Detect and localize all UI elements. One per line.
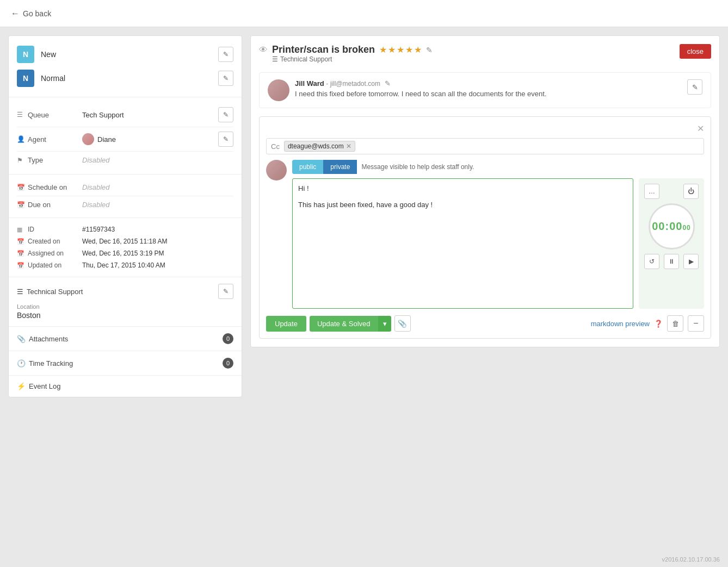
email-edit-icon[interactable]: ✎ xyxy=(385,79,391,88)
status-badge-normal: N xyxy=(17,70,34,87)
agent-avatar xyxy=(82,133,94,145)
id-value: #11597343 xyxy=(82,226,115,233)
reply-content-area: Hi ! This has just been fixed, have a go… xyxy=(292,178,704,309)
queue-value: Tech Support xyxy=(82,111,218,119)
star-1: ★ xyxy=(379,45,387,55)
top-nav: ← Go back xyxy=(0,0,728,27)
attachments-section: 📎 Attachments 0 xyxy=(9,327,242,351)
type-value: Disabled xyxy=(82,156,233,164)
edit-status-new-button[interactable]: ✎ xyxy=(218,47,233,62)
id-icon: ▦ xyxy=(17,226,28,233)
timer-bottom-buttons: ↺ ⏸ ▶ xyxy=(644,254,699,269)
updated-row: 📅 Updated on Thu, Dec 17, 2015 10:40 AM xyxy=(17,259,233,271)
meta-row-agent: 👤 Agent Diane ✎ xyxy=(17,127,233,152)
message-block: Jill Ward - jill@metadot.com ✎ I need th… xyxy=(259,72,711,108)
star-4: ★ xyxy=(405,45,413,55)
star-2: ★ xyxy=(388,45,396,55)
status-badge-new: N xyxy=(17,46,34,63)
created-icon: 📅 xyxy=(17,238,28,245)
message-edit-button[interactable]: ✎ xyxy=(687,79,702,95)
agent-label: Agent xyxy=(28,135,82,144)
assigned-row: 📅 Assigned on Wed, Dec 16, 2015 3:19 PM xyxy=(17,247,233,259)
due-label: Due on xyxy=(28,201,82,209)
action-bar: Update Update & Solved ▾ 📎 markdown prev… xyxy=(266,315,704,332)
custom-section: ☰ Technical Support ✎ Location Boston xyxy=(9,277,242,327)
cc-label: Cc xyxy=(271,142,280,151)
event-log-label: Event Log xyxy=(29,382,61,390)
attachments-count: 0 xyxy=(223,333,233,344)
action-left: Update Update & Solved ▾ 📎 xyxy=(266,315,411,332)
update-button[interactable]: Update xyxy=(266,316,306,332)
timer-circle: 00:0000 xyxy=(649,203,695,250)
edit-status-normal-button[interactable]: ✎ xyxy=(218,71,233,86)
message-author: Jill Ward xyxy=(295,79,324,88)
schedule-icon: 📅 xyxy=(17,184,28,191)
star-3: ★ xyxy=(397,45,404,55)
schedule-row-due: 📅 Due on Disabled xyxy=(17,196,233,213)
list-icon: ☰ xyxy=(17,288,23,296)
schedule-row-on: 📅 Schedule on Disabled xyxy=(17,179,233,196)
star-5: ★ xyxy=(414,45,422,55)
cc-remove-button[interactable]: ✕ xyxy=(346,142,351,150)
close-ticket-button[interactable]: close xyxy=(680,44,711,59)
left-panel: N New ✎ N Normal ✎ ☰ Queue Tech Support … xyxy=(8,35,242,397)
solved-caret-button[interactable]: ▾ xyxy=(378,316,391,332)
ticket-category: ☰ Technical Support xyxy=(272,55,433,63)
clock-icon: 🕐 xyxy=(17,359,26,367)
edit-queue-button[interactable]: ✎ xyxy=(218,107,233,122)
timer-power-button[interactable]: ⏻ xyxy=(683,184,699,199)
tab-private-button[interactable]: private xyxy=(323,160,357,174)
ticket-title-row: 👁 Printer/scan is broken ★ ★ ★ ★ ★ ✎ xyxy=(259,44,433,55)
ids-section: ▦ ID #11597343 📅 Created on Wed, Dec 16,… xyxy=(9,218,242,277)
schedule-value: Disabled xyxy=(82,183,233,191)
attach-button[interactable]: 📎 xyxy=(394,315,411,332)
edit-agent-button[interactable]: ✎ xyxy=(218,132,233,147)
time-tracking-count: 0 xyxy=(223,358,233,369)
action-right: markdown preview ❓ 🗑 − xyxy=(591,315,704,332)
minus-button[interactable]: − xyxy=(688,315,704,332)
close-reply-button[interactable]: ✕ xyxy=(266,123,704,134)
time-tracking-section: 🕐 Time Tracking 0 xyxy=(9,351,242,376)
updated-icon: 📅 xyxy=(17,262,28,269)
status-label-new: New xyxy=(41,50,218,59)
eye-icon: 👁 xyxy=(259,45,268,55)
id-row: ▦ ID #11597343 xyxy=(17,223,233,235)
markdown-preview-link[interactable]: markdown preview xyxy=(591,320,650,328)
edit-title-icon[interactable]: ✎ xyxy=(426,46,433,54)
timer-dots-button[interactable]: … xyxy=(644,184,659,199)
meta-row-queue: ☰ Queue Tech Support ✎ xyxy=(17,103,233,127)
paperclip-icon: 📎 xyxy=(17,335,26,343)
message-text: I need this fixed before tomorrow. I nee… xyxy=(295,90,682,98)
help-icon[interactable]: ❓ xyxy=(654,320,663,328)
ticket-title: Printer/scan is broken xyxy=(272,44,375,55)
edit-custom-button[interactable]: ✎ xyxy=(218,284,233,299)
solved-button-group: Update & Solved ▾ xyxy=(310,316,391,332)
reply-textarea[interactable]: Hi ! This has just been fixed, have a go… xyxy=(292,178,633,309)
timer-panel: … ⏻ 00:0000 ↺ ⏸ ▶ xyxy=(639,178,704,309)
status-row-normal: N Normal ✎ xyxy=(17,66,233,90)
timer-seconds: 00 xyxy=(682,224,690,232)
meta-section: ☰ Queue Tech Support ✎ 👤 Agent Diane ✎ ⚑… xyxy=(9,97,242,175)
created-value: Wed, Dec 16, 2015 11:18 AM xyxy=(82,238,168,245)
update-solved-button[interactable]: Update & Solved xyxy=(310,316,378,332)
trash-button[interactable]: 🗑 xyxy=(667,315,683,332)
bolt-icon: ⚡ xyxy=(17,382,26,390)
status-label-normal: Normal xyxy=(41,74,218,83)
tab-public-button[interactable]: public xyxy=(292,160,323,174)
timer-reset-button[interactable]: ↺ xyxy=(644,254,659,269)
category-icon: ☰ xyxy=(272,55,278,63)
updated-value: Thu, Dec 17, 2015 10:40 AM xyxy=(82,261,165,269)
schedule-section: 📅 Schedule on Disabled 📅 Due on Disabled xyxy=(9,175,242,218)
timer-play-button[interactable]: ▶ xyxy=(683,254,699,269)
timer-pause-button[interactable]: ⏸ xyxy=(664,254,679,269)
cc-email: dteague@wds.com xyxy=(288,142,344,150)
type-label: Type xyxy=(28,156,82,164)
assigned-value: Wed, Dec 16, 2015 3:19 PM xyxy=(82,250,164,257)
id-label: ID xyxy=(28,226,82,233)
time-tracking-left: 🕐 Time Tracking xyxy=(17,359,73,367)
go-back-link[interactable]: ← Go back xyxy=(11,9,51,18)
go-back-label: Go back xyxy=(23,9,51,18)
main-layout: N New ✎ N Normal ✎ ☰ Queue Tech Support … xyxy=(0,27,728,406)
location-value: Boston xyxy=(17,311,233,320)
due-icon: 📅 xyxy=(17,201,28,209)
